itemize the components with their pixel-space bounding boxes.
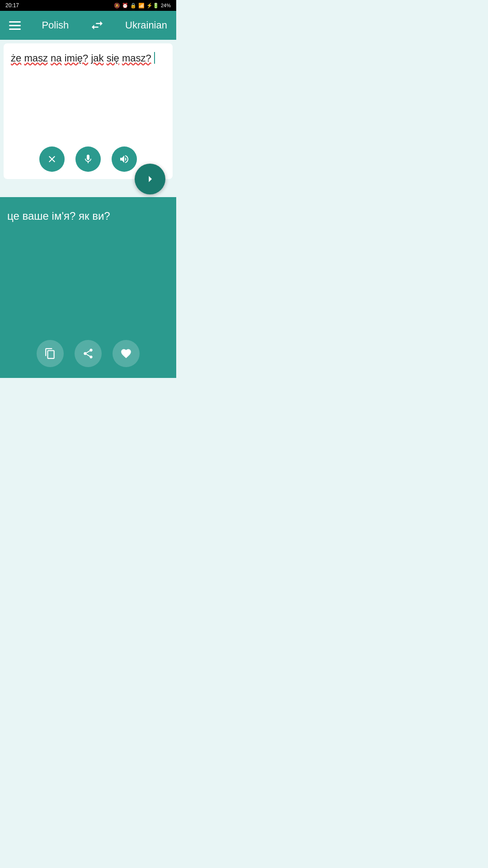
source-input-panel: że masz na imię? jak się masz? [4,43,173,179]
battery-icon: ⚡🔋 [146,3,159,9]
app-header: Polish Ukrainian [0,11,176,40]
source-language-selector[interactable]: Polish [42,19,69,31]
translate-button[interactable] [135,164,165,194]
source-word-1: że [11,52,21,64]
share-button[interactable] [75,340,102,367]
status-bar: 20:17 🔕 ⏰ 🔒 📶 ⚡🔋 24% [0,0,176,11]
favorite-button[interactable] [113,340,140,367]
source-word-6: się [107,52,119,64]
status-time: 20:17 [5,2,19,9]
speak-button[interactable] [112,146,137,172]
main-content: że masz na imię? jak się masz? [0,43,176,378]
source-word-4: imię? [65,52,89,64]
signal-icon: 📶 [138,3,145,9]
source-word-5: jak [91,52,103,64]
source-text-display[interactable]: że masz na imię? jak się masz? [11,51,165,141]
target-language-selector[interactable]: Ukrainian [125,19,167,31]
alarm-icon: ⏰ [122,3,128,9]
microphone-button[interactable] [75,146,101,172]
status-icons: 🔕 ⏰ 🔒 📶 ⚡🔋 24% [114,3,171,9]
battery-percent: 24% [161,3,171,8]
copy-button[interactable] [37,340,64,367]
lock-icon: 🔒 [130,3,136,9]
text-cursor [154,52,155,64]
swap-languages-button[interactable] [90,18,104,33]
source-word-2: masz [24,52,48,64]
notification-icon: 🔕 [114,3,120,9]
output-panel: це ваше ім'я? як ви? [0,197,176,378]
source-word-7: masz? [122,52,151,64]
source-word-3: na [51,52,61,64]
clear-button[interactable] [39,146,65,172]
menu-button[interactable] [9,21,21,30]
output-controls [7,333,169,371]
translated-text: це ваше ім'я? як ви? [7,208,169,333]
